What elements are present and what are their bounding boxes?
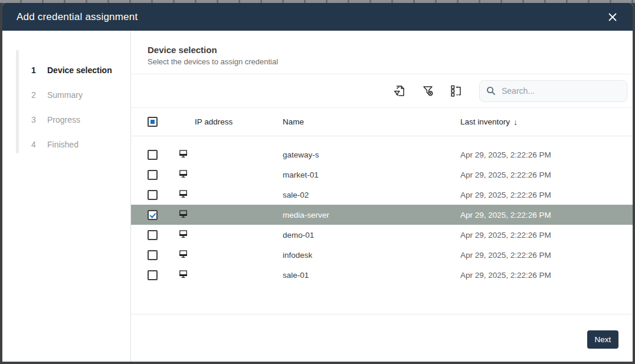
cell-last-inventory: Apr 29, 2025, 2:22:26 PM: [460, 170, 633, 179]
table-row[interactable]: gateway-s Apr 29, 2025, 2:22:26 PM: [131, 145, 633, 165]
monitor-icon: [178, 189, 188, 201]
step-summary[interactable]: 2 Summary: [2, 83, 130, 107]
table-row[interactable]: demo-01 Apr 29, 2025, 2:22:26 PM: [131, 225, 633, 245]
row-checkbox[interactable]: [148, 170, 158, 180]
step-heading-block: Device selection Select the devices to a…: [131, 31, 633, 74]
monitor-icon: [178, 229, 188, 241]
add-credential-assignment-dialog: Add credential assignment 1 Device selec…: [2, 3, 633, 362]
row-checkbox[interactable]: [148, 270, 158, 280]
cell-last-inventory: Apr 29, 2025, 2:22:26 PM: [460, 231, 633, 240]
cell-last-inventory: Apr 29, 2025, 2:22:26 PM: [460, 271, 633, 280]
page-title: Device selection: [148, 45, 616, 55]
step-label: Progress: [47, 115, 80, 124]
table-row[interactable]: sale-02 Apr 29, 2025, 2:22:26 PM: [131, 185, 633, 205]
search-icon: [486, 86, 496, 96]
monitor-icon: [178, 169, 188, 181]
page-subtitle: Select the devices to assign credential: [148, 57, 616, 66]
row-checkbox[interactable]: [148, 250, 158, 260]
wizard-progress-track: [16, 50, 19, 153]
monitor-icon: [178, 149, 188, 160]
cell-last-inventory: Apr 29, 2025, 2:22:26 PM: [460, 211, 633, 219]
filter-document-icon[interactable]: [391, 82, 408, 100]
search-field: [479, 80, 627, 102]
column-header-name[interactable]: Name: [283, 117, 460, 126]
step-number: 3: [31, 115, 47, 124]
monitor-icon: [178, 269, 188, 281]
step-label: Device selection: [47, 65, 112, 75]
table-row[interactable]: sale-01 Apr 29, 2025, 2:22:26 PM: [131, 265, 633, 285]
step-progress[interactable]: 3 Progress: [2, 107, 130, 132]
step-finished[interactable]: 4 Finished: [2, 132, 130, 157]
cell-name: market-01: [283, 170, 460, 179]
step-device-selection[interactable]: 1 Device selection: [2, 58, 130, 83]
table-row[interactable]: infodesk Apr 29, 2025, 2:22:26 PM: [131, 245, 633, 265]
step-number: 1: [31, 65, 47, 75]
table-header-row: IP address Name Last inventory ↓: [131, 108, 633, 136]
table-row[interactable]: media-server Apr 29, 2025, 2:22:26 PM: [131, 205, 633, 225]
table-empty-space: [131, 285, 633, 314]
cell-name: demo-01: [283, 231, 460, 240]
next-button[interactable]: Next: [587, 330, 618, 349]
cell-name: gateway-s: [283, 150, 460, 159]
row-checkbox[interactable]: [148, 210, 158, 220]
cell-name: sale-02: [283, 191, 460, 199]
dialog-title: Add credential assignment: [17, 11, 138, 23]
cell-name: media-server: [283, 211, 460, 219]
cell-last-inventory: Apr 29, 2025, 2:22:26 PM: [460, 191, 633, 199]
monitor-icon: [178, 209, 188, 221]
search-input[interactable]: [502, 86, 621, 96]
clear-filter-icon[interactable]: [419, 82, 437, 100]
cell-name: infodesk: [283, 251, 460, 260]
selection-list-icon[interactable]: [447, 82, 465, 100]
step-number: 2: [31, 90, 47, 100]
step-label: Summary: [47, 90, 83, 100]
cell-last-inventory: Apr 29, 2025, 2:22:26 PM: [460, 150, 633, 159]
device-table-body: gateway-s Apr 29, 2025, 2:22:26 PM marke…: [131, 136, 633, 285]
column-header-last-inventory[interactable]: Last inventory ↓: [460, 117, 633, 127]
row-checkbox[interactable]: [148, 230, 158, 240]
wizard-steps-sidebar: 1 Device selection 2 Summary 3 Progress …: [2, 31, 131, 362]
row-checkbox[interactable]: [148, 190, 158, 200]
dialog-footer: Next: [131, 314, 633, 362]
cell-name: sale-01: [283, 271, 460, 280]
row-checkbox[interactable]: [148, 150, 158, 160]
table-toolbar: [131, 74, 633, 108]
monitor-icon: [178, 249, 188, 261]
close-icon[interactable]: [604, 9, 621, 25]
select-all-checkbox[interactable]: [148, 117, 158, 127]
step-label: Finished: [47, 140, 78, 149]
step-number: 4: [31, 140, 47, 149]
cell-last-inventory: Apr 29, 2025, 2:22:26 PM: [460, 251, 633, 260]
sort-descending-icon: ↓: [513, 117, 518, 127]
column-header-ip-address[interactable]: IP address: [195, 117, 283, 126]
table-row[interactable]: market-01 Apr 29, 2025, 2:22:26 PM: [131, 165, 633, 185]
dialog-header: Add credential assignment: [2, 3, 633, 31]
